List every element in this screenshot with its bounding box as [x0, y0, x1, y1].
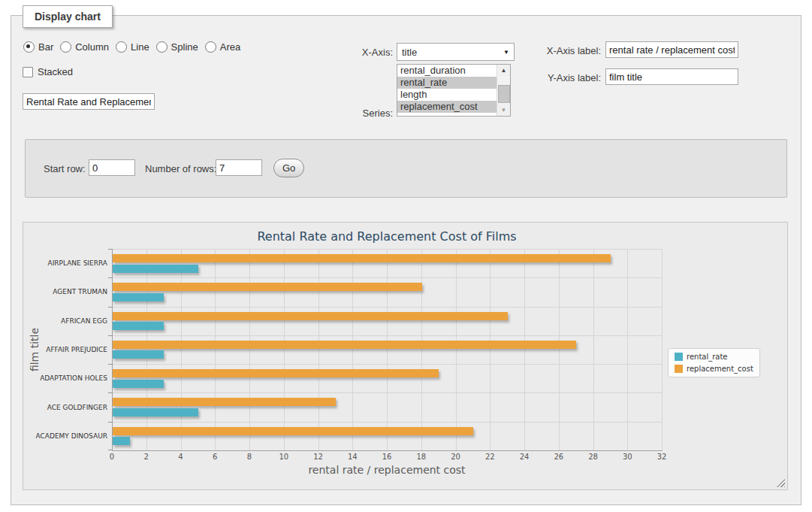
radio-icon [116, 41, 127, 53]
bar-replacement_cost[interactable] [113, 427, 473, 435]
bar-rental_rate[interactable] [113, 265, 198, 273]
y-axis-title-wrap: film title [25, 249, 44, 450]
stacked-label: Stacked [38, 66, 73, 77]
resize-handle-icon[interactable] [777, 479, 785, 487]
num-rows-input[interactable] [216, 159, 262, 176]
legend-swatch [675, 353, 683, 361]
legend-item-replacement_cost[interactable]: replacement_cost [675, 365, 753, 373]
num-rows-label: Number of rows: [145, 163, 216, 174]
bar-rental_rate[interactable] [113, 408, 198, 417]
x-tick-label: 8 [231, 453, 268, 461]
x-axis-label-input[interactable] [605, 41, 738, 58]
x-axis-label-caption: X-Axis label: [536, 45, 601, 56]
series-option[interactable]: length [397, 89, 497, 101]
gridline [627, 249, 628, 450]
listbox-scrollbar[interactable]: ▲ ▼ [497, 65, 510, 116]
gridline [113, 422, 663, 423]
x-tick-label: 24 [506, 453, 543, 461]
axis-tick [108, 307, 113, 308]
gridline [318, 249, 319, 450]
plot-area [112, 249, 663, 451]
series-option[interactable]: replacement_cost [397, 101, 497, 113]
x-axis-selected-value: title [402, 47, 417, 58]
gridline [456, 249, 457, 450]
stacked-row: Stacked [23, 66, 73, 77]
x-tick-label: 32 [643, 453, 681, 461]
x-axis-select[interactable]: title ▼ [397, 43, 515, 61]
axis-tick [108, 450, 113, 450]
gridline [113, 249, 663, 250]
bar-rental_rate[interactable] [113, 322, 164, 330]
axis-tick [108, 249, 113, 250]
radio-icon [156, 41, 168, 53]
gridline [524, 249, 525, 450]
chart-type-option-column[interactable]: Column [60, 41, 109, 53]
gridline [146, 249, 147, 450]
chart-type-option-line[interactable]: Line [116, 41, 149, 53]
y-axis-label-input[interactable] [605, 68, 738, 85]
scroll-up-icon[interactable]: ▲ [497, 65, 510, 76]
radio-icon [23, 41, 35, 53]
x-tick-label: 22 [471, 453, 509, 461]
axis-tick [108, 364, 113, 365]
scroll-down-icon[interactable]: ▼ [497, 105, 510, 116]
x-tick-label: 30 [608, 453, 646, 461]
axis-tick [108, 422, 113, 423]
gridline [113, 392, 663, 393]
chart-type-label: Bar [38, 41, 53, 53]
gridline [352, 249, 353, 450]
legend-item-rental_rate[interactable]: rental_rate [675, 353, 753, 361]
x-tick-label: 2 [128, 453, 165, 461]
x-axis-title: rental rate / replacement cost [112, 464, 662, 476]
gridline [181, 249, 182, 450]
x-axis-select-label: X-Axis: [331, 47, 393, 58]
x-tick-label: 18 [403, 453, 440, 461]
chart-type-option-bar[interactable]: Bar [23, 41, 53, 53]
bar-replacement_cost[interactable] [113, 283, 422, 291]
gridline [593, 249, 594, 450]
chart-type-option-spline[interactable]: Spline [156, 41, 198, 53]
chevron-down-icon: ▼ [503, 49, 509, 56]
x-tick-label: 10 [265, 453, 303, 461]
chart-title-input[interactable] [23, 93, 155, 110]
bar-replacement_cost[interactable] [113, 369, 439, 377]
x-tick-label: 6 [196, 453, 234, 461]
gridline [284, 249, 285, 450]
chart-legend: rental_ratereplacement_cost [668, 348, 760, 377]
chart-type-label: Column [75, 41, 109, 53]
rows-panel: Start row: Number of rows: Go [25, 139, 787, 198]
gridline [249, 249, 250, 450]
x-tick-label: 4 [162, 453, 200, 461]
gridline [113, 277, 663, 278]
bar-rental_rate[interactable] [113, 293, 164, 301]
legend-label: rental_rate [687, 353, 728, 361]
bar-rental_rate[interactable] [113, 350, 164, 359]
go-button[interactable]: Go [273, 159, 304, 177]
stacked-checkbox[interactable] [23, 67, 33, 77]
x-tick-label: 14 [334, 453, 371, 461]
chart-type-label: Area [220, 41, 240, 53]
bar-replacement_cost[interactable] [113, 254, 611, 262]
gridline [662, 249, 663, 450]
series-option[interactable]: rental_duration [397, 65, 497, 77]
series-options-holder: rental_durationrental_ratelengthreplacem… [397, 65, 510, 113]
start-row-input[interactable] [89, 159, 135, 176]
x-tick-label: 28 [575, 453, 612, 461]
y-axis-title: film title [29, 328, 41, 371]
x-tick-label: 16 [368, 453, 406, 461]
series-list-label: Series: [331, 108, 393, 119]
bar-rental_rate[interactable] [113, 380, 164, 388]
gridline [113, 364, 663, 365]
bar-replacement_cost[interactable] [113, 341, 576, 349]
bar-replacement_cost[interactable] [113, 398, 336, 406]
series-listbox[interactable]: rental_durationrental_ratelengthreplacem… [397, 64, 511, 117]
legend-label: replacement_cost [687, 365, 753, 373]
bar-replacement_cost[interactable] [113, 312, 508, 320]
scrollbar-thumb[interactable] [498, 85, 510, 103]
chart-type-option-area[interactable]: Area [205, 41, 240, 53]
chart-type-options: BarColumnLineSplineArea [23, 41, 240, 53]
gridline [113, 307, 663, 308]
bar-rental_rate[interactable] [113, 437, 130, 445]
gridline [490, 249, 491, 450]
series-option[interactable]: rental_rate [397, 77, 497, 89]
